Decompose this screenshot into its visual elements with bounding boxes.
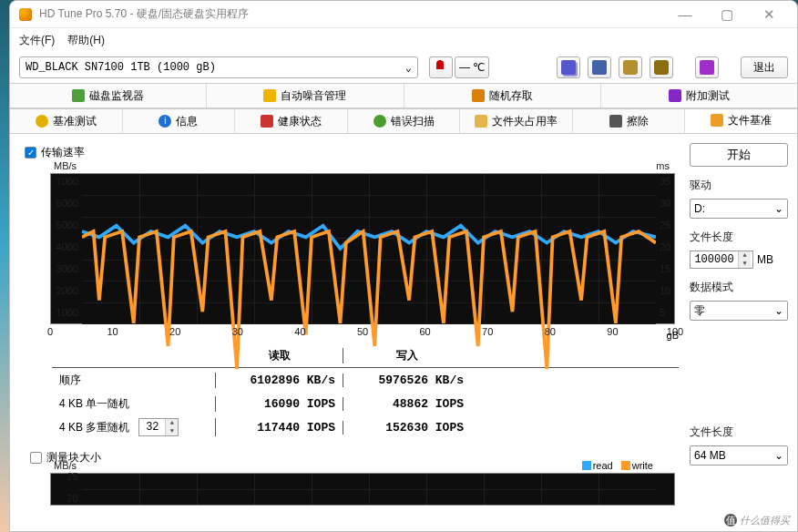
thermometer-icon	[429, 56, 453, 78]
chevron-down-icon: ⌄	[774, 449, 783, 462]
side-panel: 开始 驱动 D:⌄ 文件长度 ▲▼ MB 数据模式 零⌄ 文件长度 64 MB⌄	[690, 141, 788, 531]
speaker-icon	[263, 89, 276, 102]
drive-letter-select[interactable]: D:⌄	[690, 199, 788, 219]
queue-depth-spinner[interactable]: ▲▼	[138, 418, 179, 436]
save-icon	[592, 60, 607, 75]
random-icon	[472, 89, 485, 102]
screenshot-button[interactable]	[619, 56, 642, 78]
file-length2-label: 文件长度	[690, 425, 788, 440]
chevron-down-icon: ⌄	[405, 61, 412, 75]
tab-aam[interactable]: 自动噪音管理	[207, 84, 404, 107]
table-row: 顺序 6102896 KB/s 5976526 KB/s	[52, 368, 679, 392]
menu-file[interactable]: 文件(F)	[19, 33, 55, 48]
file-length2-select[interactable]: 64 MB⌄	[690, 445, 788, 466]
content-area: ✓ 传输速率 MB/s ms 7000600050004000300020001…	[10, 134, 797, 531]
left-column: ✓ 传输速率 MB/s ms 7000600050004000300020001…	[19, 141, 682, 531]
screenshot2-button[interactable]	[650, 56, 673, 78]
exit-button[interactable]: 退出	[741, 56, 788, 78]
file-length-label: 文件长度	[690, 230, 788, 245]
menubar: 文件(F) 帮助(H)	[10, 28, 797, 52]
data-mode-select[interactable]: 零⌄	[690, 301, 788, 321]
col-write: 写入	[343, 348, 471, 363]
checkbox-icon	[30, 452, 42, 464]
tab-erase[interactable]: 擦除	[573, 109, 686, 133]
tab-health[interactable]: 健康状态	[235, 109, 348, 133]
data-mode-label: 数据模式	[690, 280, 788, 295]
magnify-icon	[373, 115, 386, 128]
file-length-spinner[interactable]: ▲▼	[690, 251, 753, 269]
download-icon	[700, 60, 714, 75]
chart1-x-unit: gB	[667, 330, 679, 341]
camera-icon	[623, 60, 638, 75]
tab-extra-tests[interactable]: 附加测试	[601, 84, 797, 107]
copy-button[interactable]	[557, 56, 580, 78]
temperature-value: — ℃	[455, 56, 489, 78]
legend-write-swatch	[621, 461, 630, 470]
checkbox-icon: ✓	[25, 147, 36, 159]
legend-read-swatch	[582, 461, 591, 470]
download-button[interactable]	[695, 56, 719, 78]
window-close-button[interactable]: ✕	[748, 1, 790, 28]
chevron-down-icon: ⌄	[774, 202, 783, 215]
drive-select-value: WD_BLACK SN7100 1TB (1000 gB)	[26, 61, 216, 74]
window-title: HD Tune Pro 5.70 - 硬盘/固态硬盘实用程序	[39, 6, 664, 22]
menu-help[interactable]: 帮助(H)	[67, 33, 105, 48]
tab-info[interactable]: i信息	[123, 109, 236, 133]
window-minimize-button[interactable]: —	[664, 1, 706, 28]
col-read: 读取	[216, 348, 343, 363]
window-maximize-button[interactable]: ▢	[706, 1, 748, 28]
tab-row-bottom: 基准测试 i信息 健康状态 错误扫描 文件夹占用率 擦除 文件基准	[10, 108, 797, 134]
extra-icon	[669, 89, 681, 102]
drive-select[interactable]: WD_BLACK SN7100 1TB (1000 gB) ⌄	[19, 56, 418, 78]
camera-icon	[654, 60, 669, 75]
transfer-rate-chart: 7000600050004000300020001000 35302520151…	[50, 173, 675, 324]
save-button[interactable]	[588, 56, 611, 78]
tab-folder-usage[interactable]: 文件夹占用率	[460, 109, 573, 133]
transfer-rate-checkbox[interactable]: ✓ 传输速率	[25, 145, 682, 160]
info-icon: i	[159, 115, 171, 128]
health-icon	[261, 115, 273, 128]
copy-icon	[561, 60, 576, 75]
block-size-chart: 25 20	[50, 473, 675, 506]
app-icon	[19, 8, 32, 21]
legend: read write	[577, 460, 653, 472]
tab-benchmark[interactable]: 基准测试	[10, 109, 123, 133]
toolbar: WD_BLACK SN7100 1TB (1000 gB) ⌄ — ℃ 退出	[10, 52, 797, 83]
main-window: HD Tune Pro 5.70 - 硬盘/固态硬盘实用程序 — ▢ ✕ 文件(…	[9, 0, 798, 532]
tab-error-scan[interactable]: 错误扫描	[348, 109, 461, 133]
drive-label: 驱动	[690, 178, 788, 193]
table-row: 4 KB 单一随机 16090 IOPS 48862 IOPS	[52, 392, 679, 415]
table-row: 4 KB 多重随机 ▲▼ 117440 IOPS 152630 IOPS	[52, 415, 679, 439]
trash-icon	[609, 115, 622, 128]
folder-icon	[475, 115, 487, 128]
chevron-down-icon: ⌄	[774, 304, 783, 317]
tab-row-top: 磁盘监视器 自动噪音管理 随机存取 附加测试	[10, 83, 797, 108]
start-button[interactable]: 开始	[690, 143, 788, 167]
bulb-icon	[36, 115, 48, 128]
chart2-y-unit: MB/s	[54, 460, 77, 471]
tab-disk-monitor[interactable]: 磁盘监视器	[10, 84, 207, 107]
tab-file-benchmark[interactable]: 文件基准	[685, 109, 797, 133]
file-icon	[711, 114, 723, 127]
results-table: 读取 写入 顺序 6102896 KB/s 5976526 KB/s 4 KB …	[52, 344, 679, 439]
temperature-display: — ℃	[429, 56, 489, 78]
titlebar[interactable]: HD Tune Pro 5.70 - 硬盘/固态硬盘实用程序 — ▢ ✕	[10, 1, 797, 28]
tab-random-access[interactable]: 随机存取	[404, 84, 601, 107]
monitor-icon	[72, 89, 85, 102]
